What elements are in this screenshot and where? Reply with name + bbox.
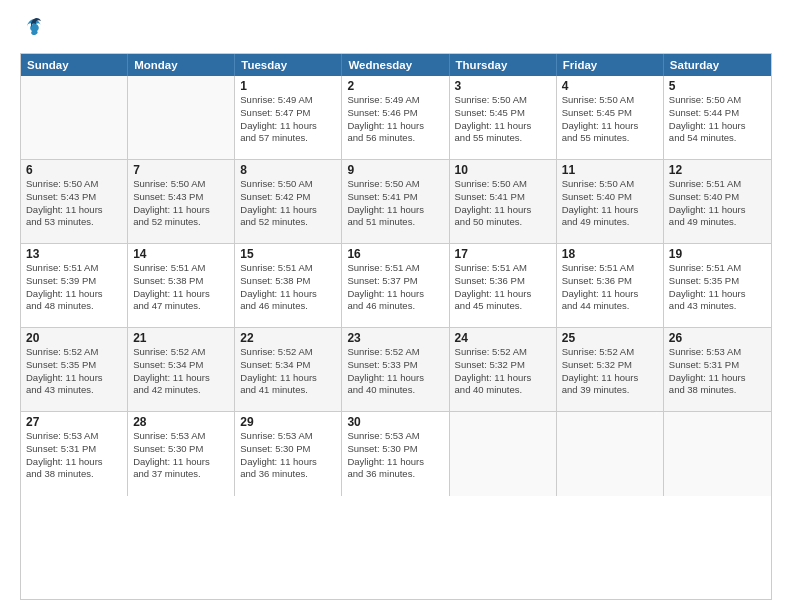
header-cell-monday: Monday <box>128 54 235 76</box>
empty-cell <box>450 412 557 496</box>
day-number: 18 <box>562 247 658 261</box>
day-number: 21 <box>133 331 229 345</box>
day-cell-1: 1Sunrise: 5:49 AMSunset: 5:47 PMDaylight… <box>235 76 342 159</box>
day-number: 25 <box>562 331 658 345</box>
day-cell-2: 2Sunrise: 5:49 AMSunset: 5:46 PMDaylight… <box>342 76 449 159</box>
day-cell-28: 28Sunrise: 5:53 AMSunset: 5:30 PMDayligh… <box>128 412 235 496</box>
calendar: SundayMondayTuesdayWednesdayThursdayFrid… <box>20 53 772 600</box>
header-cell-wednesday: Wednesday <box>342 54 449 76</box>
calendar-row: 27Sunrise: 5:53 AMSunset: 5:31 PMDayligh… <box>21 412 771 496</box>
day-info: Sunrise: 5:52 AMSunset: 5:35 PMDaylight:… <box>26 346 122 397</box>
day-info: Sunrise: 5:51 AMSunset: 5:40 PMDaylight:… <box>669 178 766 229</box>
day-cell-14: 14Sunrise: 5:51 AMSunset: 5:38 PMDayligh… <box>128 244 235 327</box>
empty-cell <box>21 76 128 159</box>
day-cell-16: 16Sunrise: 5:51 AMSunset: 5:37 PMDayligh… <box>342 244 449 327</box>
day-info: Sunrise: 5:50 AMSunset: 5:40 PMDaylight:… <box>562 178 658 229</box>
day-cell-15: 15Sunrise: 5:51 AMSunset: 5:38 PMDayligh… <box>235 244 342 327</box>
day-number: 4 <box>562 79 658 93</box>
day-cell-22: 22Sunrise: 5:52 AMSunset: 5:34 PMDayligh… <box>235 328 342 411</box>
day-cell-7: 7Sunrise: 5:50 AMSunset: 5:43 PMDaylight… <box>128 160 235 243</box>
day-number: 19 <box>669 247 766 261</box>
day-number: 14 <box>133 247 229 261</box>
day-cell-26: 26Sunrise: 5:53 AMSunset: 5:31 PMDayligh… <box>664 328 771 411</box>
header-cell-tuesday: Tuesday <box>235 54 342 76</box>
day-number: 17 <box>455 247 551 261</box>
day-number: 27 <box>26 415 122 429</box>
day-info: Sunrise: 5:53 AMSunset: 5:31 PMDaylight:… <box>26 430 122 481</box>
day-number: 5 <box>669 79 766 93</box>
day-cell-6: 6Sunrise: 5:50 AMSunset: 5:43 PMDaylight… <box>21 160 128 243</box>
day-number: 1 <box>240 79 336 93</box>
day-number: 30 <box>347 415 443 429</box>
day-number: 12 <box>669 163 766 177</box>
day-cell-29: 29Sunrise: 5:53 AMSunset: 5:30 PMDayligh… <box>235 412 342 496</box>
day-info: Sunrise: 5:53 AMSunset: 5:30 PMDaylight:… <box>133 430 229 481</box>
day-info: Sunrise: 5:51 AMSunset: 5:38 PMDaylight:… <box>240 262 336 313</box>
header-cell-thursday: Thursday <box>450 54 557 76</box>
day-info: Sunrise: 5:51 AMSunset: 5:37 PMDaylight:… <box>347 262 443 313</box>
empty-cell <box>557 412 664 496</box>
day-cell-30: 30Sunrise: 5:53 AMSunset: 5:30 PMDayligh… <box>342 412 449 496</box>
day-info: Sunrise: 5:50 AMSunset: 5:43 PMDaylight:… <box>133 178 229 229</box>
day-number: 7 <box>133 163 229 177</box>
day-number: 3 <box>455 79 551 93</box>
day-number: 24 <box>455 331 551 345</box>
day-cell-8: 8Sunrise: 5:50 AMSunset: 5:42 PMDaylight… <box>235 160 342 243</box>
day-cell-18: 18Sunrise: 5:51 AMSunset: 5:36 PMDayligh… <box>557 244 664 327</box>
header <box>20 16 772 43</box>
day-cell-19: 19Sunrise: 5:51 AMSunset: 5:35 PMDayligh… <box>664 244 771 327</box>
empty-cell <box>128 76 235 159</box>
calendar-row: 1Sunrise: 5:49 AMSunset: 5:47 PMDaylight… <box>21 76 771 160</box>
day-cell-4: 4Sunrise: 5:50 AMSunset: 5:45 PMDaylight… <box>557 76 664 159</box>
logo-bird-icon <box>23 16 45 43</box>
day-info: Sunrise: 5:50 AMSunset: 5:45 PMDaylight:… <box>455 94 551 145</box>
day-number: 9 <box>347 163 443 177</box>
day-cell-10: 10Sunrise: 5:50 AMSunset: 5:41 PMDayligh… <box>450 160 557 243</box>
day-info: Sunrise: 5:53 AMSunset: 5:31 PMDaylight:… <box>669 346 766 397</box>
day-info: Sunrise: 5:52 AMSunset: 5:33 PMDaylight:… <box>347 346 443 397</box>
day-cell-25: 25Sunrise: 5:52 AMSunset: 5:32 PMDayligh… <box>557 328 664 411</box>
day-info: Sunrise: 5:52 AMSunset: 5:32 PMDaylight:… <box>562 346 658 397</box>
calendar-header: SundayMondayTuesdayWednesdayThursdayFrid… <box>21 54 771 76</box>
day-info: Sunrise: 5:50 AMSunset: 5:42 PMDaylight:… <box>240 178 336 229</box>
day-number: 28 <box>133 415 229 429</box>
calendar-row: 6Sunrise: 5:50 AMSunset: 5:43 PMDaylight… <box>21 160 771 244</box>
day-number: 29 <box>240 415 336 429</box>
day-cell-27: 27Sunrise: 5:53 AMSunset: 5:31 PMDayligh… <box>21 412 128 496</box>
day-cell-12: 12Sunrise: 5:51 AMSunset: 5:40 PMDayligh… <box>664 160 771 243</box>
day-cell-17: 17Sunrise: 5:51 AMSunset: 5:36 PMDayligh… <box>450 244 557 327</box>
day-cell-13: 13Sunrise: 5:51 AMSunset: 5:39 PMDayligh… <box>21 244 128 327</box>
header-cell-sunday: Sunday <box>21 54 128 76</box>
day-info: Sunrise: 5:49 AMSunset: 5:47 PMDaylight:… <box>240 94 336 145</box>
day-number: 22 <box>240 331 336 345</box>
header-cell-friday: Friday <box>557 54 664 76</box>
day-info: Sunrise: 5:52 AMSunset: 5:34 PMDaylight:… <box>240 346 336 397</box>
day-info: Sunrise: 5:50 AMSunset: 5:43 PMDaylight:… <box>26 178 122 229</box>
day-number: 20 <box>26 331 122 345</box>
day-number: 15 <box>240 247 336 261</box>
day-number: 2 <box>347 79 443 93</box>
day-number: 16 <box>347 247 443 261</box>
day-number: 11 <box>562 163 658 177</box>
day-cell-11: 11Sunrise: 5:50 AMSunset: 5:40 PMDayligh… <box>557 160 664 243</box>
day-number: 6 <box>26 163 122 177</box>
day-number: 10 <box>455 163 551 177</box>
day-info: Sunrise: 5:50 AMSunset: 5:41 PMDaylight:… <box>347 178 443 229</box>
day-info: Sunrise: 5:53 AMSunset: 5:30 PMDaylight:… <box>347 430 443 481</box>
day-info: Sunrise: 5:50 AMSunset: 5:45 PMDaylight:… <box>562 94 658 145</box>
day-info: Sunrise: 5:50 AMSunset: 5:41 PMDaylight:… <box>455 178 551 229</box>
day-info: Sunrise: 5:52 AMSunset: 5:34 PMDaylight:… <box>133 346 229 397</box>
day-info: Sunrise: 5:51 AMSunset: 5:35 PMDaylight:… <box>669 262 766 313</box>
day-cell-20: 20Sunrise: 5:52 AMSunset: 5:35 PMDayligh… <box>21 328 128 411</box>
day-info: Sunrise: 5:50 AMSunset: 5:44 PMDaylight:… <box>669 94 766 145</box>
day-info: Sunrise: 5:51 AMSunset: 5:39 PMDaylight:… <box>26 262 122 313</box>
calendar-body: 1Sunrise: 5:49 AMSunset: 5:47 PMDaylight… <box>21 76 771 496</box>
page: SundayMondayTuesdayWednesdayThursdayFrid… <box>0 0 792 612</box>
day-cell-5: 5Sunrise: 5:50 AMSunset: 5:44 PMDaylight… <box>664 76 771 159</box>
day-number: 23 <box>347 331 443 345</box>
day-cell-9: 9Sunrise: 5:50 AMSunset: 5:41 PMDaylight… <box>342 160 449 243</box>
logo <box>20 16 45 43</box>
day-info: Sunrise: 5:53 AMSunset: 5:30 PMDaylight:… <box>240 430 336 481</box>
day-info: Sunrise: 5:51 AMSunset: 5:38 PMDaylight:… <box>133 262 229 313</box>
logo-text <box>20 16 45 43</box>
